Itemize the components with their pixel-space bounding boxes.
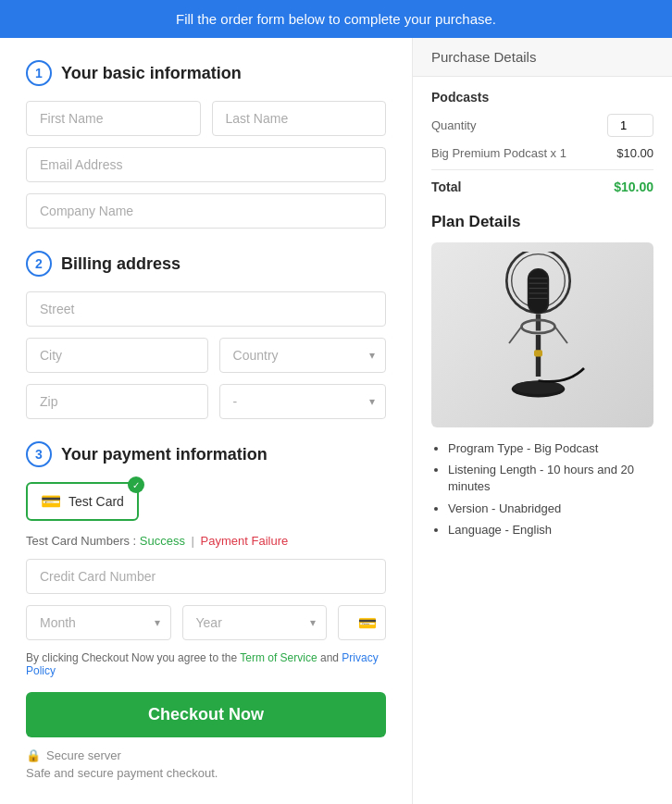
year-wrapper: Year 202420252026 202720282029 ▾ (182, 605, 328, 640)
item-price: $10.00 (616, 146, 653, 160)
plan-feature-item: Program Type - Big Podcast (448, 440, 653, 457)
name-row (26, 101, 386, 136)
section-billing: 2 Billing address Country ▾ (26, 251, 386, 419)
plan-features-list: Program Type - Big PodcastListening Leng… (431, 440, 653, 538)
test-card-separator: | (192, 534, 194, 548)
credit-card-input[interactable] (26, 559, 386, 594)
section1-header: 1 Your basic information (26, 60, 386, 86)
city-country-row: Country ▾ (26, 338, 386, 373)
terms-text: By clicking Checkout Now you agree to th… (26, 651, 386, 677)
terms-text2: and (320, 651, 339, 664)
microphone-svg (487, 252, 598, 418)
section1-number: 1 (26, 60, 52, 86)
street-row (26, 291, 386, 327)
item-label: Big Premium Podcast x 1 (431, 146, 566, 160)
section-basic-info: 1 Your basic information (26, 60, 386, 229)
company-name-input[interactable] (26, 193, 386, 229)
month-wrapper: Month 010203 040506 070809 101112 ▾ (26, 605, 171, 640)
section-payment: 3 Your payment information 💳 Test Card ✓… (26, 441, 386, 780)
item-row: Big Premium Podcast x 1 $10.00 (431, 146, 653, 160)
email-row (26, 147, 386, 182)
cvv-card-icon: 💳 (358, 614, 377, 632)
svg-rect-14 (534, 350, 542, 356)
plan-feature-item: Version - Unabridged (448, 501, 653, 517)
right-panel: Purchase Details Podcasts Quantity Big P… (413, 38, 672, 804)
terms-text1: By clicking Checkout Now you agree to th… (26, 651, 237, 664)
checkout-button[interactable]: Checkout Now (26, 692, 386, 737)
plan-feature-item: Listening Length - 10 hours and 20 minut… (448, 462, 653, 495)
card-label: Test Card (68, 494, 124, 509)
city-input[interactable] (26, 338, 208, 373)
month-select[interactable]: Month 010203 040506 070809 101112 (26, 605, 171, 640)
credit-card-row (26, 559, 386, 594)
test-card-failure-link[interactable]: Payment Failure (201, 534, 289, 548)
year-select[interactable]: Year 202420252026 202720282029 (182, 605, 328, 640)
checkout-label: Checkout Now (148, 705, 264, 724)
section2-title: Billing address (61, 254, 180, 274)
svg-line-11 (509, 327, 522, 343)
banner-text: Fill the order form below to complete yo… (176, 11, 496, 27)
left-panel: 1 Your basic information 2 Billi (0, 38, 413, 804)
secure-info: 🔒 Secure server (26, 748, 386, 762)
section3-number: 3 (26, 441, 52, 467)
cvv-wrapper: 💳 (338, 605, 386, 640)
section2-header: 2 Billing address (26, 251, 386, 277)
expiry-cvv-row: Month 010203 040506 070809 101112 ▾ Year… (26, 605, 386, 640)
street-input[interactable] (26, 291, 386, 327)
quantity-label: Quantity (431, 118, 476, 132)
section3-header: 3 Your payment information (26, 441, 386, 467)
lock-icon: 🔒 (26, 748, 41, 762)
svg-rect-3 (529, 270, 548, 313)
company-row (26, 193, 386, 229)
secure-payment-text: Safe and secure payment checkout. (26, 766, 386, 780)
section2-number: 2 (26, 251, 52, 277)
section1-title: Your basic information (61, 64, 242, 83)
state-select[interactable]: - (219, 384, 386, 419)
purchase-details-header: Purchase Details (413, 38, 672, 77)
test-card-success-link[interactable]: Success (140, 534, 185, 548)
country-select[interactable]: Country (219, 338, 386, 373)
section3-title: Your payment information (61, 445, 268, 464)
terms-of-service-link[interactable]: Term of Service (240, 651, 317, 664)
svg-rect-9 (536, 315, 541, 331)
secure-server-text: Secure server (46, 748, 121, 762)
check-icon: ✓ (128, 476, 144, 493)
last-name-input[interactable] (212, 101, 387, 136)
zip-state-row: - ▾ (26, 384, 386, 419)
svg-line-12 (555, 327, 568, 343)
plan-details-title: Plan Details (431, 213, 653, 231)
state-wrapper: - ▾ (219, 384, 386, 419)
total-price: $10.00 (614, 179, 653, 194)
podcasts-label: Podcasts (431, 90, 653, 105)
plan-feature-item: Language - English (448, 522, 653, 538)
country-wrapper: Country ▾ (219, 338, 386, 373)
test-card-label: Test Card Numbers : (26, 534, 136, 548)
plan-details-section: Plan Details (431, 213, 653, 538)
top-banner: Fill the order form below to complete yo… (0, 0, 672, 38)
zip-input[interactable] (26, 384, 208, 419)
microphone-image (431, 242, 653, 427)
credit-card-icon: 💳 (41, 491, 61, 512)
email-input[interactable] (26, 147, 386, 182)
card-option[interactable]: 💳 Test Card ✓ (26, 482, 139, 521)
svg-point-16 (514, 381, 564, 394)
quantity-input[interactable] (607, 114, 653, 137)
first-name-input[interactable] (26, 101, 201, 136)
total-row: Total $10.00 (431, 169, 653, 194)
total-label: Total (431, 179, 461, 194)
test-card-info: Test Card Numbers : Success | Payment Fa… (26, 534, 386, 548)
quantity-row: Quantity (431, 114, 653, 137)
